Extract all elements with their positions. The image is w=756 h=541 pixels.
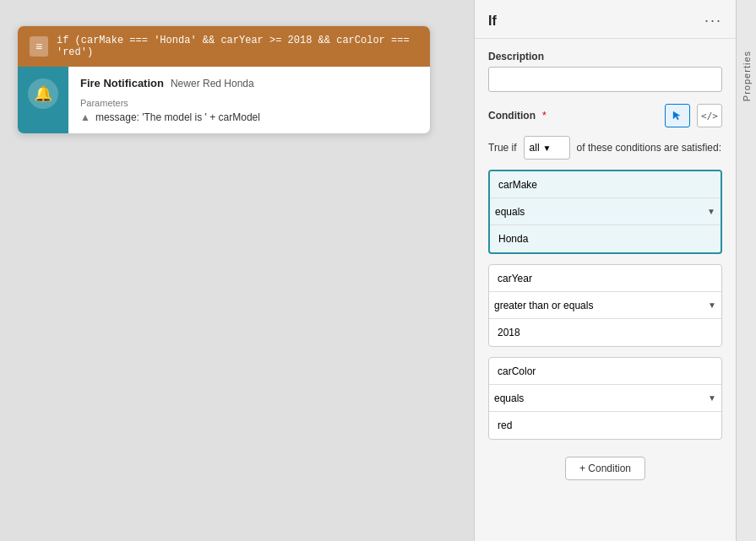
if-block-content: Fire Notification Newer Red Honda Parame…: [68, 67, 430, 133]
if-block-card: ≡ if (carMake === 'Honda' && carYear >= …: [17, 25, 431, 134]
param-text: message: 'The model is ' + carModel: [95, 111, 260, 123]
panel-title: If: [488, 14, 497, 29]
condition-3-operator-row: equals not equals greater than greater t…: [489, 385, 721, 412]
condition-label: Condition: [488, 110, 536, 122]
condition-1-value-input[interactable]: [490, 225, 721, 252]
notification-title: Fire Notification: [80, 77, 164, 89]
param-row: ▲ message: 'The model is ' + carModel: [80, 111, 418, 123]
add-condition-label: + Condition: [579, 463, 631, 474]
code-mode-button[interactable]: </>: [697, 104, 722, 127]
condition-3-operator-select[interactable]: equals not equals greater than greater t…: [494, 392, 708, 404]
if-block-code: if (carMake === 'Honda' && carYear >= 20…: [57, 35, 418, 58]
bell-icon: 🔔: [28, 78, 58, 109]
condition-3-operator-arrow: ▼: [708, 393, 716, 403]
condition-1-operator-row: equals not equals greater than greater t…: [490, 198, 721, 225]
notification-subtitle: Newer Red Honda: [171, 78, 254, 89]
if-block-header: ≡ if (carMake === 'Honda' && carYear >= …: [18, 26, 430, 67]
properties-tab[interactable]: Properties: [736, 0, 756, 541]
condition-1-operator-select[interactable]: equals not equals greater than greater t…: [495, 206, 707, 218]
add-condition-button[interactable]: + Condition: [565, 457, 645, 480]
more-options-icon[interactable]: ···: [704, 12, 722, 30]
condition-2-field-input[interactable]: [489, 265, 721, 292]
condition-row: Condition * </>: [488, 104, 722, 127]
condition-2-operator-row: equals not equals greater than greater t…: [489, 292, 721, 319]
condition-block-1: equals not equals greater than greater t…: [488, 170, 722, 254]
all-dropdown-arrow: ▼: [543, 143, 552, 153]
right-panel-body: Description Condition * </> True if all …: [475, 39, 736, 541]
code-icon: </>: [701, 111, 718, 122]
condition-2-operator-select[interactable]: equals not equals greater than greater t…: [494, 300, 708, 311]
condition-3-value-input[interactable]: [489, 412, 721, 439]
if-block-header-icon: ≡: [30, 36, 48, 57]
true-if-label: True if: [488, 142, 517, 154]
description-label: Description: [488, 51, 722, 62]
if-block-body: 🔔 Fire Notification Newer Red Honda Para…: [18, 67, 430, 133]
condition-2-value-input[interactable]: [489, 319, 721, 346]
condition-3-field-input[interactable]: [489, 358, 721, 385]
params-label: Parameters: [80, 98, 418, 108]
properties-tab-label: Properties: [742, 51, 752, 101]
of-these-label: of these conditions are satisfied:: [577, 142, 721, 154]
cursor-icon: [672, 110, 683, 122]
right-panel: If ··· Description Condition * </> True …: [474, 0, 736, 541]
param-icon: ▲: [80, 111, 90, 123]
condition-block-2: equals not equals greater than greater t…: [488, 264, 722, 347]
canvas-area: ≡ if (carMake === 'Honda' && carYear >= …: [0, 0, 474, 541]
condition-1-operator-arrow: ▼: [707, 207, 715, 216]
condition-2-operator-arrow: ▼: [708, 300, 716, 310]
cursor-mode-button[interactable]: [665, 104, 690, 127]
all-dropdown[interactable]: all ▼: [524, 136, 570, 160]
condition-block-3: equals not equals greater than greater t…: [488, 357, 722, 440]
all-value: all: [530, 142, 540, 154]
condition-required: *: [542, 110, 547, 122]
add-condition-row: + Condition: [488, 450, 722, 487]
description-input[interactable]: [488, 67, 722, 92]
true-if-row: True if all ▼ of these conditions are sa…: [488, 136, 722, 160]
if-block-left-bar: 🔔: [18, 67, 68, 133]
right-panel-header: If ···: [475, 0, 736, 39]
condition-1-field-input[interactable]: [490, 171, 721, 198]
